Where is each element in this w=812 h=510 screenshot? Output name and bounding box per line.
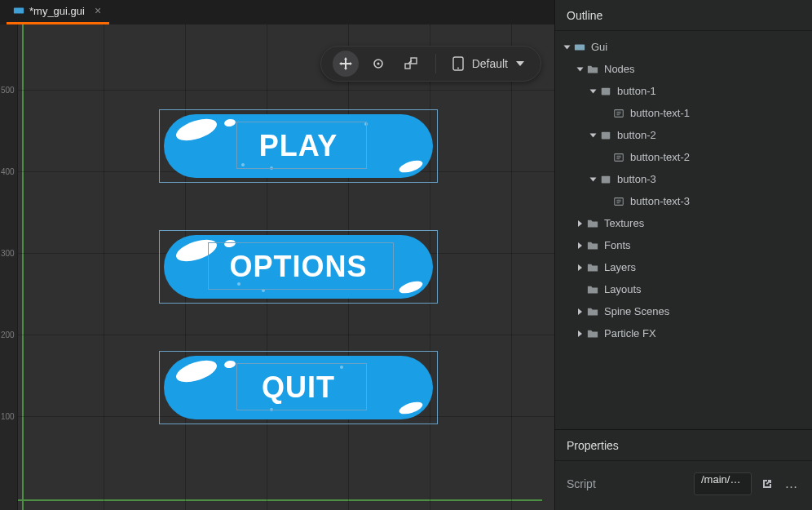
- device-icon: [452, 56, 464, 71]
- node-button-2[interactable]: OPTIONS: [159, 230, 438, 304]
- ruler-tick: 300: [0, 249, 18, 258]
- folder-icon: [586, 283, 599, 296]
- outline-label: Layouts: [604, 283, 805, 295]
- editor-pane: *my_gui.gui × 500 400 300 200 100: [0, 0, 554, 510]
- outline-title: Outline: [567, 9, 602, 22]
- outline-tree[interactable]: Gui Nodes button-1 button-text-1 button-…: [555, 31, 812, 429]
- outline-label: Gui: [591, 41, 805, 53]
- outline-nodes[interactable]: Nodes: [555, 58, 812, 80]
- grid-line: [18, 335, 554, 335]
- expand-icon[interactable]: [563, 45, 570, 49]
- text-node-icon: [612, 151, 625, 164]
- folder-icon: [586, 327, 599, 340]
- text-node-icon: [612, 107, 625, 120]
- device-label: Default: [472, 57, 508, 70]
- chevron-down-icon: [516, 61, 524, 66]
- svg-point-6: [457, 68, 459, 69]
- viewport-toolbar: Default: [320, 46, 541, 82]
- move-tool-button[interactable]: [333, 51, 359, 77]
- expand-icon[interactable]: [578, 220, 582, 227]
- axis-y: [22, 24, 24, 510]
- outline-node-button-3[interactable]: button-3: [555, 168, 812, 190]
- tab-title: *my_gui.gui: [29, 5, 85, 17]
- ellipsis-icon: …: [785, 477, 799, 491]
- expand-icon[interactable]: [578, 330, 582, 337]
- expand-icon[interactable]: [578, 264, 582, 271]
- expand-icon[interactable]: [578, 242, 582, 249]
- svg-rect-7: [575, 44, 585, 50]
- outline-label: Textures: [604, 217, 805, 229]
- properties-title: Properties: [567, 439, 619, 452]
- axis-x: [18, 499, 542, 501]
- property-row-script: Script /main/my_gui.gui_script …: [555, 461, 812, 510]
- box-node-icon: [599, 173, 612, 186]
- close-icon[interactable]: ×: [95, 4, 101, 17]
- move-icon: [339, 57, 352, 70]
- expand-icon[interactable]: [589, 133, 596, 137]
- grid-line: [104, 24, 104, 510]
- folder-icon: [586, 217, 599, 230]
- scale-tool-button[interactable]: [398, 51, 424, 77]
- outline-label: Particle FX: [604, 327, 805, 339]
- outline-label: button-text-3: [630, 195, 805, 207]
- node-button-1[interactable]: PLAY: [159, 109, 438, 183]
- outline-root-gui[interactable]: Gui: [555, 36, 812, 58]
- outline-spine-scenes[interactable]: Spine Scenes: [555, 300, 812, 322]
- expand-icon[interactable]: [589, 177, 596, 181]
- tab-my-gui[interactable]: *my_gui.gui ×: [7, 0, 109, 24]
- outline-node-button-text-2[interactable]: button-text-2: [555, 146, 812, 168]
- toolbar-separator: [435, 54, 436, 73]
- outline-fonts[interactable]: Fonts: [555, 234, 812, 256]
- right-panel: Outline Gui Nodes button-1 button-text-1…: [554, 0, 812, 510]
- outline-textures[interactable]: Textures: [555, 212, 812, 234]
- outline-label: Spine Scenes: [604, 305, 805, 317]
- expand-icon[interactable]: [576, 67, 583, 71]
- svg-point-2: [377, 62, 379, 64]
- folder-icon: [586, 261, 599, 274]
- expand-icon[interactable]: [589, 89, 596, 93]
- outline-node-button-1[interactable]: button-1: [555, 80, 812, 102]
- ruler-tick: 500: [0, 86, 18, 95]
- ruler-vertical: 500 400 300 200 100: [0, 24, 18, 510]
- outline-node-button-text-3[interactable]: button-text-3: [555, 190, 812, 212]
- outline-node-button-2[interactable]: button-2: [555, 124, 812, 146]
- properties-panel: Properties Script /main/my_gui.gui_scrip…: [555, 429, 812, 510]
- script-path-input[interactable]: /main/my_gui.gui_script: [694, 472, 752, 495]
- editor-tabbar: *my_gui.gui ×: [0, 0, 554, 24]
- properties-panel-header: Properties: [555, 430, 812, 461]
- ruler-tick: 200: [0, 330, 18, 339]
- svg-rect-10: [602, 131, 611, 139]
- folder-icon: [586, 239, 599, 252]
- folder-icon: [586, 63, 599, 76]
- device-preview-dropdown[interactable]: Default: [448, 56, 529, 71]
- goto-resource-button[interactable]: [758, 475, 776, 493]
- box-node-icon: [599, 85, 612, 98]
- outline-node-button-text-1[interactable]: button-text-1: [555, 102, 812, 124]
- ruler-tick: 100: [0, 412, 18, 421]
- outline-label: button-2: [617, 129, 805, 141]
- scene-canvas[interactable]: PLAY OPTIONS: [18, 24, 554, 510]
- outline-layers[interactable]: Layers: [555, 256, 812, 278]
- outline-particle-fx[interactable]: Particle FX: [555, 322, 812, 344]
- outline-label: Nodes: [604, 63, 805, 75]
- text-node-icon: [612, 195, 625, 208]
- gui-icon: [573, 41, 586, 54]
- outline-label: Fonts: [604, 239, 805, 251]
- grid-line: [511, 24, 512, 510]
- rotate-tool-button[interactable]: [365, 51, 391, 77]
- gui-file-icon: [13, 5, 24, 16]
- node-button-3[interactable]: QUIT: [159, 351, 438, 424]
- text-selection-outline: [208, 242, 394, 290]
- browse-resource-button[interactable]: …: [783, 475, 801, 493]
- box-node-icon: [599, 129, 612, 142]
- outline-layouts[interactable]: Layouts: [555, 278, 812, 300]
- svg-rect-3: [405, 64, 410, 69]
- outline-label: button-1: [617, 85, 805, 97]
- rotate-icon: [372, 57, 385, 70]
- goto-icon: [761, 478, 773, 490]
- canvas-viewport[interactable]: 500 400 300 200 100: [0, 24, 554, 510]
- outline-panel-header: Outline: [555, 0, 812, 31]
- text-selection-outline: [236, 363, 367, 410]
- outline-label: button-text-2: [630, 151, 805, 163]
- expand-icon[interactable]: [578, 308, 582, 315]
